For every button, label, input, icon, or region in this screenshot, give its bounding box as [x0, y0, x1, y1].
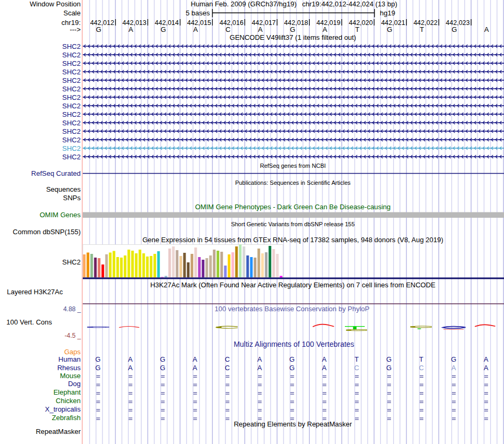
- svg-text:442,015: 442,015: [187, 19, 211, 27]
- svg-text:C: C: [225, 364, 230, 372]
- svg-text:H3K27Ac Mark (Often Found Near: H3K27Ac Mark (Often Found Near Active Re…: [150, 281, 436, 289]
- svg-text:Multiz Alignments of 100 Verte: Multiz Alignments of 100 Vertebrates: [233, 340, 354, 348]
- svg-text:G: G: [451, 25, 457, 33]
- svg-text:Gaps: Gaps: [64, 348, 81, 356]
- svg-text:5 bases: 5 bases: [186, 9, 210, 17]
- svg-text:Short Genetic Variants from db: Short Genetic Variants from dbSNP releas…: [231, 221, 354, 227]
- svg-text:100 Vert. Cons: 100 Vert. Cons: [6, 318, 52, 326]
- svg-text:A: A: [451, 364, 456, 372]
- svg-text:A: A: [322, 355, 327, 363]
- svg-text:--->: --->: [69, 25, 81, 33]
- svg-text:442,013: 442,013: [123, 19, 146, 27]
- svg-text:Scale: Scale: [63, 9, 81, 17]
- svg-text:A: A: [323, 25, 327, 33]
- svg-text:SHC2: SHC2: [62, 102, 81, 110]
- svg-text:SHC2: SHC2: [62, 68, 81, 76]
- svg-text:G: G: [289, 355, 294, 363]
- svg-text:OMIM Genes: OMIM Genes: [40, 211, 81, 219]
- svg-text:A: A: [257, 364, 262, 372]
- svg-text:A: A: [257, 355, 262, 363]
- svg-text:A: A: [193, 25, 198, 33]
- svg-text:SHC2: SHC2: [62, 42, 81, 50]
- svg-text:G: G: [161, 25, 166, 33]
- svg-text:G: G: [160, 355, 165, 363]
- svg-text:Publications: Sequences in Sci: Publications: Sequences in Scientific Ar…: [235, 180, 351, 186]
- svg-text:A: A: [128, 25, 133, 33]
- svg-text:G: G: [386, 355, 392, 363]
- svg-text:A: A: [484, 364, 489, 372]
- svg-text:A: A: [484, 25, 489, 33]
- svg-text:SNPs: SNPs: [63, 194, 81, 202]
- svg-text:G: G: [290, 25, 295, 33]
- svg-text:X_tropicalis: X_tropicalis: [45, 405, 81, 413]
- svg-text:A: A: [322, 364, 327, 372]
- svg-text:SHC2: SHC2: [62, 136, 81, 144]
- svg-text:chr19:442,012-442,024 (13 bp): chr19:442,012-442,024 (13 bp): [302, 0, 397, 8]
- svg-text:Common dbSNP(155): Common dbSNP(155): [13, 228, 81, 236]
- svg-text:G: G: [387, 25, 392, 33]
- svg-text:Elephant: Elephant: [54, 388, 81, 396]
- svg-text:C: C: [225, 355, 230, 363]
- svg-text:SHC2: SHC2: [62, 93, 81, 101]
- svg-text:C: C: [354, 364, 359, 372]
- svg-text:T: T: [419, 355, 423, 363]
- svg-text:A: A: [128, 364, 133, 372]
- svg-text:Zebrafish: Zebrafish: [52, 414, 81, 422]
- svg-text:442,012: 442,012: [90, 19, 114, 27]
- svg-text:442,023: 442,023: [446, 19, 470, 27]
- svg-text:SHC2: SHC2: [62, 127, 81, 135]
- svg-text:442,018: 442,018: [284, 19, 308, 27]
- svg-text:RefSeq Curated: RefSeq Curated: [31, 169, 81, 177]
- svg-text:OMIM Gene Phenotypes - Dark Gr: OMIM Gene Phenotypes - Dark Green Can Be…: [195, 203, 391, 211]
- svg-text:SHC2: SHC2: [62, 76, 81, 84]
- svg-text:G: G: [160, 364, 165, 372]
- svg-text:SHC2: SHC2: [62, 110, 81, 118]
- svg-text:442,016: 442,016: [220, 19, 244, 27]
- svg-text:G: G: [386, 364, 392, 372]
- svg-text:G: G: [451, 355, 456, 363]
- svg-text:A: A: [484, 355, 489, 363]
- svg-text:A: A: [258, 25, 263, 33]
- svg-text:C: C: [225, 25, 230, 33]
- svg-text:SHC2: SHC2: [62, 85, 81, 93]
- svg-text:-4.5 _: -4.5 _: [65, 332, 81, 339]
- svg-text:4.88 _: 4.88 _: [63, 305, 81, 313]
- svg-text:SHC2: SHC2: [62, 144, 81, 152]
- svg-text:G: G: [95, 364, 101, 372]
- svg-text:G: G: [289, 364, 294, 372]
- svg-text:T: T: [355, 25, 359, 33]
- svg-text:SHC2: SHC2: [62, 59, 81, 67]
- svg-text:G: G: [96, 25, 101, 33]
- svg-text:A: A: [193, 364, 197, 372]
- svg-text:442,019: 442,019: [317, 19, 341, 27]
- svg-text:SHC2: SHC2: [62, 119, 81, 127]
- svg-text:442,022: 442,022: [413, 19, 437, 27]
- svg-text:Human Feb. 2009 (GRCh37/hg19): Human Feb. 2009 (GRCh37/hg19): [191, 0, 297, 8]
- svg-text:Window Position: Window Position: [30, 0, 81, 8]
- svg-text:Gene Expression in 54 tissues: Gene Expression in 54 tissues from GTEx …: [142, 236, 443, 244]
- svg-text:442,017: 442,017: [252, 19, 276, 27]
- svg-text:Chicken: Chicken: [56, 397, 81, 405]
- svg-text:Sequences: Sequences: [46, 185, 81, 193]
- svg-text:T: T: [420, 25, 424, 33]
- svg-text:G: G: [95, 355, 101, 363]
- svg-text:Rhesus: Rhesus: [57, 364, 81, 372]
- svg-text:SHC2: SHC2: [62, 153, 81, 161]
- svg-text:Repeating Elements by RepeatMa: Repeating Elements by RepeatMasker: [234, 420, 352, 428]
- svg-text:C: C: [419, 364, 423, 372]
- svg-text:RefSeq genes from NCBI: RefSeq genes from NCBI: [260, 163, 326, 169]
- svg-text:A: A: [128, 355, 133, 363]
- svg-text:T: T: [354, 355, 359, 363]
- svg-text:Layered H3K27Ac: Layered H3K27Ac: [7, 288, 63, 296]
- svg-text:Dog: Dog: [68, 380, 81, 388]
- svg-text:442,020: 442,020: [349, 19, 373, 27]
- svg-text:442,021: 442,021: [381, 19, 405, 27]
- svg-text:100 vertebrates Basewise Conse: 100 vertebrates Basewise Conservation by…: [215, 305, 370, 313]
- svg-text:442,014: 442,014: [155, 19, 179, 27]
- svg-text:Mouse: Mouse: [60, 372, 81, 380]
- svg-text:SHC2: SHC2: [62, 51, 81, 59]
- svg-text:hg19: hg19: [380, 9, 395, 17]
- svg-text:Human: Human: [58, 355, 81, 363]
- svg-text:A: A: [193, 355, 197, 363]
- svg-text:GENCODE V49lift37 (1 items fil: GENCODE V49lift37 (1 items filtered out): [230, 33, 356, 41]
